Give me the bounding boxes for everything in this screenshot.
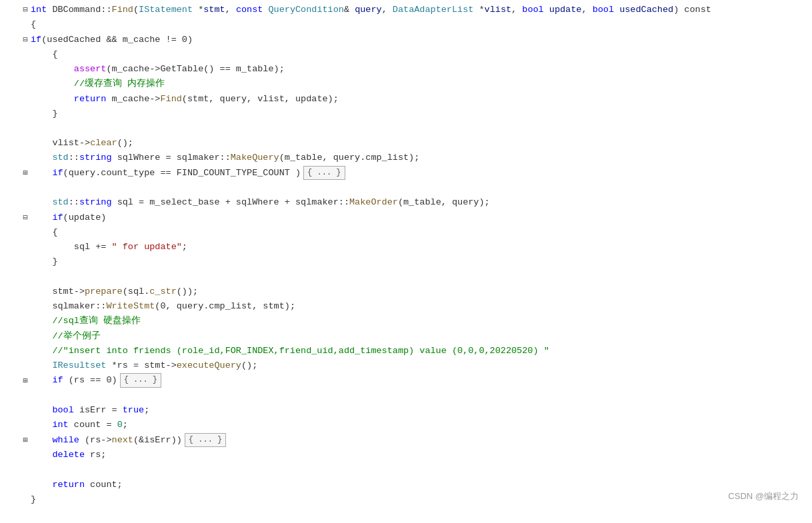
code-line: stmt->prepare(sql.c_str()); [0,284,812,299]
token: count; [85,480,123,490]
token: prepare [85,286,123,296]
code-line: std::string sqlWhere = sqlmaker::MakeQue… [0,151,812,165]
collapsed-block[interactable]: { ... } [303,166,345,181]
code-line: //"insert into friends (role_id,FOR_INDE… [0,344,812,358]
token: 0 [117,420,123,430]
code-line: ⊟if(usedCached && m_cache != 0) [0,33,812,47]
code-text: //sql查询 硬盘操作 [31,314,812,328]
code-text: while (rs->next(&isErr)){ ... } [31,433,812,448]
token [31,168,52,178]
token: DBCommand:: [47,5,111,15]
token: next [112,435,133,445]
token: query [355,5,382,15]
token: (usedCached && m_cache != 0) [41,35,193,45]
fold-button[interactable]: ⊟ [20,34,31,47]
token: if [52,168,63,178]
token [544,5,549,15]
token: , [225,5,236,15]
token: const [236,5,263,15]
token: //举个例子 [52,331,100,341]
code-text: } [31,492,812,507]
token: (update) [63,213,107,223]
token: ; [182,242,187,252]
token: ; [144,405,149,415]
token: , [581,5,592,15]
fold-button[interactable]: ⊟ [20,212,31,225]
token: { [31,19,36,29]
token: bool [593,5,614,15]
code-text: if(usedCached && m_cache != 0) [31,33,812,47]
token: { [31,227,58,237]
code-line: int count = 0; [0,418,812,432]
code-text: if(update) [31,211,812,225]
token: & [344,5,355,15]
code-text: IResultset *rs = stmt->executeQuery(); [31,358,812,373]
token: if [31,35,41,45]
token [31,420,52,430]
token [31,316,52,326]
token: sqlmaker:: [31,301,106,311]
token [31,94,74,104]
code-text: int DBCommand::Find(IStatement *stmt, co… [31,3,812,17]
code-line: return m_cache->Find(stmt, query, vlist,… [0,92,812,107]
token [31,213,52,223]
token: ; [123,420,128,430]
token: //"insert into friends (role_id,FOR_INDE… [52,346,549,356]
code-text: int count = 0; [31,418,812,432]
code-line [0,181,812,195]
code-text: if(query.count_type == FIND_COUNT_TYPE_C… [31,166,812,181]
code-text: //举个例子 [31,329,812,344]
token: executeQuery [177,360,241,370]
fold-button[interactable]: ⊞ [20,375,31,388]
code-line [0,270,812,284]
token: (stmt, query, vlist, update); [182,94,339,104]
token [31,360,52,370]
code-text: { [31,225,812,240]
code-text: return count; [31,478,812,492]
token [31,435,52,445]
code-line: { [0,17,812,32]
code-line: ⊞ while (rs->next(&isErr)){ ... } [0,433,812,448]
token: (m_cache->GetTable() == m_table); [106,64,284,74]
token: c_str [149,286,177,296]
token: DataAdapterList [393,5,474,15]
code-text: std::string sqlWhere = sqlmaker::MakeQue… [31,151,812,165]
token: (m_table, query); [398,197,490,207]
token [31,153,52,163]
watermark: CSDN @编程之力 [728,489,799,503]
token [31,405,52,415]
token: //sql查询 硬盘操作 [52,316,141,326]
fold-button[interactable]: ⊟ [20,4,31,17]
token: } [31,494,36,504]
fold-button[interactable]: ⊞ [20,167,31,181]
collapsed-block[interactable]: { ... } [185,433,226,448]
token [31,197,52,207]
code-text: bool isErr = true; [31,403,812,418]
code-line: } [0,492,812,507]
code-text: vlist->clear(); [31,136,812,151]
token: QueryCondition [263,5,344,15]
token [31,331,52,341]
token: *rs = stmt-> [106,360,176,370]
code-line: //缓存查询 内存操作 [0,77,812,91]
token: * [193,5,203,15]
token [31,346,52,356]
token: string [79,197,112,207]
code-line: ⊞ if(query.count_type == FIND_COUNT_TYPE… [0,166,812,181]
token: sql = m_select_base + sqlWhere + sqlmake… [112,197,349,207]
token: return [74,94,107,104]
token: bool [52,405,73,415]
collapsed-block[interactable]: { ... } [120,373,161,388]
token: ( [133,5,139,15]
code-container: ⊟int DBCommand::Find(IStatement *stmt, c… [0,0,812,510]
code-text: if (rs == 0){ ... } [31,373,812,388]
token [31,79,74,89]
code-line: //举个例子 [0,329,812,344]
code-line: ⊟int DBCommand::Find(IStatement *stmt, c… [0,3,812,17]
fold-button[interactable]: ⊞ [20,434,31,448]
token: rs; [85,450,106,460]
token: Find [160,94,181,104]
token: (0, query.cmp_list, stmt); [155,301,295,311]
token: * [473,5,484,15]
token: vlist-> [31,138,90,148]
